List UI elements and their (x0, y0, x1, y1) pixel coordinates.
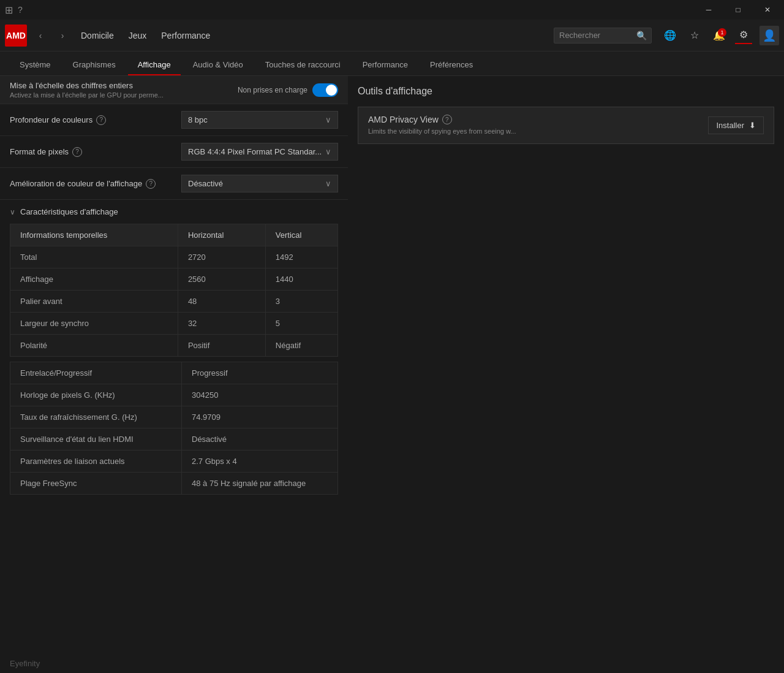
gpu-scale-desc: Activez la mise à l'échelle par le GPU p… (10, 91, 164, 99)
pixel-format-setting: Format de pixels ? RGB 4:4:4 Pixel Forma… (0, 136, 348, 168)
gpu-scale-setting: Mise à l'échelle des chiffres entiers Ac… (0, 76, 348, 104)
tool-desc: Limits the visibility of spying eyes fro… (368, 127, 701, 136)
table-row: Polarité Positif Négatif (10, 335, 338, 357)
extra-value: 74.9709 (182, 406, 338, 428)
col-header-horizontal: Horizontal (178, 224, 265, 246)
timing-label: Palier avant (10, 291, 178, 313)
timing-v: 5 (265, 313, 337, 335)
notifications-icon[interactable]: 🔔 1 (710, 27, 728, 44)
table-row: Horloge de pixels G. (KHz) 304250 (10, 384, 338, 406)
forward-button[interactable]: › (54, 27, 71, 44)
install-button[interactable]: Installer ⬇ (708, 116, 764, 134)
timing-h: 32 (178, 313, 265, 335)
settings-icon[interactable]: ⚙ (735, 27, 752, 44)
tool-name-label: AMD Privacy View (368, 115, 439, 124)
timing-h: 2720 (178, 246, 265, 268)
eyefinity-label: Eyefinity (10, 659, 40, 668)
timing-table-section: Informations temporelles Horizontal Vert… (5, 224, 343, 357)
tool-help-icon[interactable]: ? (442, 115, 452, 124)
color-enhance-setting: Amélioration de couleur de l'affichage ?… (0, 168, 348, 200)
grid-icon: ⊞ (5, 4, 13, 16)
extra-value: Progressif (182, 362, 338, 384)
color-enhance-dropdown[interactable]: Désactivé ∨ (181, 175, 338, 192)
tab-preferences[interactable]: Préférences (420, 55, 483, 75)
section-chevron-icon: ∨ (10, 208, 15, 216)
download-icon: ⬇ (749, 121, 756, 130)
titlebar-left-icons: ⊞ ? (0, 0, 23, 20)
user-icon[interactable]: 👤 (760, 26, 779, 45)
left-panel: Mise à l'échelle des chiffres entiers Ac… (0, 76, 348, 673)
extra-table: Entrelacé/Progressif Progressif Horloge … (10, 362, 338, 495)
extra-label: Surveillance d'état du lien HDMI (10, 428, 182, 451)
col-header-vertical: Vertical (265, 224, 337, 246)
tool-info: AMD Privacy View ? Limits the visibility… (368, 115, 701, 136)
timing-table: Informations temporelles Horizontal Vert… (10, 224, 338, 357)
tab-system[interactable]: Système (10, 55, 61, 75)
pixel-format-help-icon[interactable]: ? (72, 147, 82, 157)
search-input[interactable] (559, 31, 633, 40)
pixel-format-dropdown[interactable]: RGB 4:4:4 Pixel Format PC Standar... ∨ (181, 143, 338, 161)
table-row: Palier avant 48 3 (10, 291, 338, 313)
tab-display[interactable]: Affichage (128, 55, 181, 75)
tab-audio-video[interactable]: Audio & Vidéo (183, 55, 253, 75)
non-pris-label: Non prises en charge (238, 86, 307, 94)
nav-home[interactable]: Domicile (81, 28, 114, 43)
display-characteristics-header[interactable]: ∨ Caractéristiques d'affichage (0, 200, 348, 224)
window-controls: ─ □ ✕ (695, 1, 782, 19)
amd-privacy-view-card: AMD Privacy View ? Limits the visibility… (358, 107, 774, 144)
timing-h: Positif (178, 335, 265, 357)
table-row: Largeur de synchro 32 5 (10, 313, 338, 335)
close-button[interactable]: ✕ (753, 1, 782, 19)
extra-label: Taux de rafraîchissement G. (Hz) (10, 406, 182, 428)
table-row: Surveillance d'état du lien HDMI Désacti… (10, 428, 338, 451)
extra-value: 48 à 75 Hz signalé par affichage (182, 473, 338, 495)
section-header-label: Caractéristiques d'affichage (20, 207, 118, 216)
globe-icon[interactable]: 🌐 (662, 27, 679, 44)
timing-v: 1440 (265, 268, 337, 291)
tab-shortcuts[interactable]: Touches de raccourci (255, 55, 350, 75)
pixel-format-chevron-icon: ∨ (325, 147, 331, 156)
table-row: Taux de rafraîchissement G. (Hz) 74.9709 (10, 406, 338, 428)
timing-v: 1492 (265, 246, 337, 268)
color-enhance-label: Amélioration de couleur de l'affichage (10, 179, 142, 188)
tab-graphics[interactable]: Graphismes (63, 55, 126, 75)
col-header-info: Informations temporelles (10, 224, 178, 246)
color-depth-chevron-icon: ∨ (325, 115, 331, 124)
color-depth-value: 8 bpc (188, 115, 208, 124)
color-depth-label: Profondeur de couleurs (10, 115, 92, 124)
nav-performance[interactable]: Performance (161, 28, 210, 43)
amd-logo: AMD (5, 25, 27, 47)
help-icon: ? (18, 5, 23, 15)
maximize-button[interactable]: □ (724, 1, 752, 19)
timing-label: Total (10, 246, 178, 268)
extra-value: 2.7 Gbps x 4 (182, 451, 338, 473)
back-button[interactable]: ‹ (32, 27, 49, 44)
appbar-actions: 🌐 ☆ 🔔 1 ⚙ 👤 (662, 26, 779, 45)
notification-badge: 1 (718, 28, 726, 37)
main-tabs: Système Graphismes Affichage Audio & Vid… (0, 51, 784, 76)
favorites-icon[interactable]: ☆ (686, 27, 703, 44)
nav-games[interactable]: Jeux (129, 28, 147, 43)
tab-performance[interactable]: Performance (353, 55, 418, 75)
timing-v: 3 (265, 291, 337, 313)
color-enhance-chevron-icon: ∨ (325, 179, 331, 188)
pixel-format-value: RGB 4:4:4 Pixel Format PC Standar... (188, 147, 322, 156)
color-depth-dropdown[interactable]: 8 bpc ∨ (181, 111, 338, 129)
search-box[interactable]: 🔍 (554, 28, 652, 44)
extra-label: Entrelacé/Progressif (10, 362, 182, 384)
color-depth-help-icon[interactable]: ? (96, 115, 106, 125)
right-panel: Outils d'affichage AMD Privacy View ? Li… (348, 76, 784, 673)
color-enhance-help-icon[interactable]: ? (146, 179, 156, 189)
table-row: Paramètres de liaison actuels 2.7 Gbps x… (10, 451, 338, 473)
pixel-format-label: Format de pixels (10, 147, 69, 156)
table-row: Affichage 2560 1440 (10, 268, 338, 291)
minimize-button[interactable]: ─ (695, 1, 723, 19)
gpu-scale-toggle[interactable] (312, 83, 338, 97)
gpu-scale-title: Mise à l'échelle des chiffres entiers (10, 81, 164, 90)
appbar: AMD ‹ › Domicile Jeux Performance 🔍 🌐 ☆ … (0, 20, 784, 51)
color-enhance-value: Désactivé (188, 179, 223, 188)
timing-table-wrapper: Informations temporelles Horizontal Vert… (0, 224, 348, 495)
appbar-nav: Domicile Jeux Performance (81, 28, 549, 43)
timing-v: Négatif (265, 335, 337, 357)
search-icon: 🔍 (636, 31, 647, 40)
